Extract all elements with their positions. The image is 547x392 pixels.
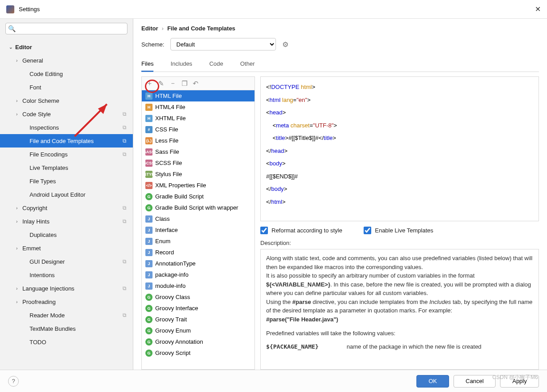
live-templates-checkbox[interactable]: Enable Live Templates bbox=[364, 227, 433, 234]
template-item[interactable]: </>XML Properties File bbox=[142, 180, 254, 191]
tree-item[interactable]: ›General bbox=[0, 54, 133, 67]
tree-item[interactable]: ›Language Injections⧉ bbox=[0, 282, 133, 295]
template-tabs: Files Includes Code Other bbox=[141, 60, 539, 72]
tree-item[interactable]: File Types bbox=[0, 174, 133, 188]
template-item[interactable]: STYLStylus File bbox=[142, 169, 254, 180]
file-type-icon: # bbox=[145, 126, 153, 133]
tree-item-label: Code Editing bbox=[30, 71, 63, 77]
help-icon[interactable]: ? bbox=[8, 376, 19, 387]
template-item[interactable]: Jpackage-info bbox=[142, 269, 254, 280]
template-item[interactable]: {L}Less File bbox=[142, 135, 254, 146]
cancel-button[interactable]: Cancel bbox=[454, 375, 496, 388]
file-type-icon: H bbox=[145, 115, 153, 122]
tree-item-label: Live Templates bbox=[30, 164, 68, 171]
template-item[interactable]: SCSSSCSS File bbox=[142, 157, 254, 169]
chevron-icon: › bbox=[16, 299, 22, 304]
close-icon[interactable]: ✕ bbox=[535, 5, 541, 13]
tree-item[interactable]: GUI Designer⧉ bbox=[0, 255, 133, 268]
file-type-icon: J bbox=[145, 215, 153, 223]
template-item[interactable]: GGroovy Class bbox=[142, 291, 254, 303]
template-item[interactable]: Jmodule-info bbox=[142, 280, 254, 291]
tree-item[interactable]: Code Editing bbox=[0, 67, 133, 80]
template-item-label: Gradle Build Script with wrapper bbox=[155, 204, 238, 211]
template-item[interactable]: GGradle Build Script bbox=[142, 191, 254, 202]
file-type-icon: STYL bbox=[145, 171, 153, 178]
ok-button[interactable]: OK bbox=[416, 375, 449, 388]
template-item[interactable]: JInterface bbox=[142, 224, 254, 236]
template-item[interactable]: JRecord bbox=[142, 247, 254, 258]
tree-item[interactable]: ›Code Style⧉ bbox=[0, 107, 133, 121]
template-item[interactable]: GGradle Build Script with wrapper bbox=[142, 202, 254, 213]
tree-item[interactable]: Inspections⧉ bbox=[0, 121, 133, 134]
file-type-icon: G bbox=[145, 193, 153, 200]
template-item[interactable]: JClass bbox=[142, 213, 254, 224]
template-item[interactable]: HHTML4 File bbox=[142, 101, 254, 113]
template-item[interactable]: GGroovy Script bbox=[142, 347, 254, 358]
template-item[interactable]: SASSSass File bbox=[142, 146, 254, 157]
scope-icon: ⧉ bbox=[123, 111, 127, 117]
template-item[interactable]: GGroovy Interface bbox=[142, 303, 254, 314]
template-item-label: Less File bbox=[155, 137, 178, 144]
chevron-icon: › bbox=[16, 98, 22, 103]
remove-icon[interactable]: － bbox=[170, 79, 176, 88]
tree-item-label: Android Layout Editor bbox=[30, 191, 85, 198]
search-icon: 🔍 bbox=[8, 25, 16, 32]
tree-item[interactable]: TODO bbox=[0, 335, 133, 349]
tree-item[interactable]: File and Code Templates⧉ bbox=[0, 134, 133, 148]
file-type-icon: J bbox=[145, 282, 153, 290]
copy-icon[interactable]: ❐ bbox=[182, 80, 187, 88]
tree-item[interactable]: ›Color Scheme bbox=[0, 94, 133, 107]
tree-item[interactable]: Duplicates bbox=[0, 228, 133, 241]
tree-item-label: General bbox=[22, 57, 43, 64]
breadcrumb-parent[interactable]: Editor bbox=[141, 25, 158, 32]
file-type-icon: J bbox=[145, 249, 153, 256]
file-type-icon: G bbox=[145, 294, 153, 301]
tree-item-label: File Encodings bbox=[30, 151, 68, 158]
tab-includes[interactable]: Includes bbox=[170, 60, 192, 72]
tree-item[interactable]: Live Templates bbox=[0, 161, 133, 174]
template-item-label: Gradle Build Script bbox=[155, 193, 204, 200]
template-item-label: Interface bbox=[155, 227, 178, 233]
tree-item[interactable]: ⌄Editor bbox=[0, 40, 133, 54]
scheme-select[interactable]: Default bbox=[170, 38, 276, 51]
tree-item[interactable]: ›Inlay Hints⧉ bbox=[0, 215, 133, 228]
file-type-icon: J bbox=[145, 227, 153, 234]
template-item-label: Stylus File bbox=[155, 171, 182, 177]
reformat-checkbox[interactable]: Reformat according to style bbox=[260, 227, 342, 234]
template-item[interactable]: GGroovy Trait bbox=[142, 314, 254, 325]
tab-code[interactable]: Code bbox=[209, 60, 223, 72]
tree-item[interactable]: Font bbox=[0, 80, 133, 94]
tree-item[interactable]: Android Layout Editor bbox=[0, 188, 133, 201]
template-item[interactable]: HXHTML File bbox=[142, 113, 254, 124]
tab-other[interactable]: Other bbox=[240, 60, 255, 72]
file-type-icon: J bbox=[145, 238, 153, 245]
template-item[interactable]: GGroovy Annotation bbox=[142, 336, 254, 347]
template-item[interactable]: JEnum bbox=[142, 236, 254, 247]
tab-files[interactable]: Files bbox=[141, 60, 153, 72]
template-list[interactable]: HHTML FileHHTML4 FileHXHTML File#CSS Fil… bbox=[142, 90, 254, 369]
settings-tree[interactable]: ⌄Editor›GeneralCode EditingFont›Color Sc… bbox=[0, 38, 133, 370]
tree-item-label: Reader Mode bbox=[30, 312, 65, 319]
template-item[interactable]: #CSS File bbox=[142, 124, 254, 135]
file-type-icon: J bbox=[145, 260, 153, 267]
gear-icon[interactable]: ⚙ bbox=[282, 40, 288, 49]
tree-item[interactable]: ›Proofreading bbox=[0, 295, 133, 308]
tree-item[interactable]: File Encodings⧉ bbox=[0, 148, 133, 161]
settings-search-input[interactable] bbox=[5, 23, 127, 34]
edit-icon[interactable]: ✎ bbox=[158, 80, 164, 88]
tree-item[interactable]: Reader Mode⧉ bbox=[0, 308, 133, 322]
template-item[interactable]: JAnnotationType bbox=[142, 258, 254, 269]
tree-item[interactable]: ›Emmet bbox=[0, 241, 133, 255]
tree-item-label: Language Injections bbox=[22, 285, 74, 292]
add-icon[interactable]: ＋ bbox=[146, 79, 153, 88]
template-code-editor[interactable]: <!DOCTYPE html> <html lang="en"> <head> … bbox=[260, 76, 539, 221]
template-item[interactable]: HHTML File bbox=[142, 90, 254, 101]
undo-icon[interactable]: ↶ bbox=[193, 80, 199, 88]
tree-item[interactable]: Intentions bbox=[0, 268, 133, 282]
file-type-icon: SASS bbox=[145, 148, 153, 156]
template-list-panel: ＋ ✎ － ❐ ↶ HHTML FileHHTML4 FileHXHTML Fi… bbox=[141, 76, 255, 370]
template-item[interactable]: GGroovy Enum bbox=[142, 325, 254, 336]
tree-item[interactable]: ›Copyright⧉ bbox=[0, 201, 133, 215]
apply-button[interactable]: Apply bbox=[500, 375, 539, 388]
tree-item[interactable]: TextMate Bundles bbox=[0, 322, 133, 335]
